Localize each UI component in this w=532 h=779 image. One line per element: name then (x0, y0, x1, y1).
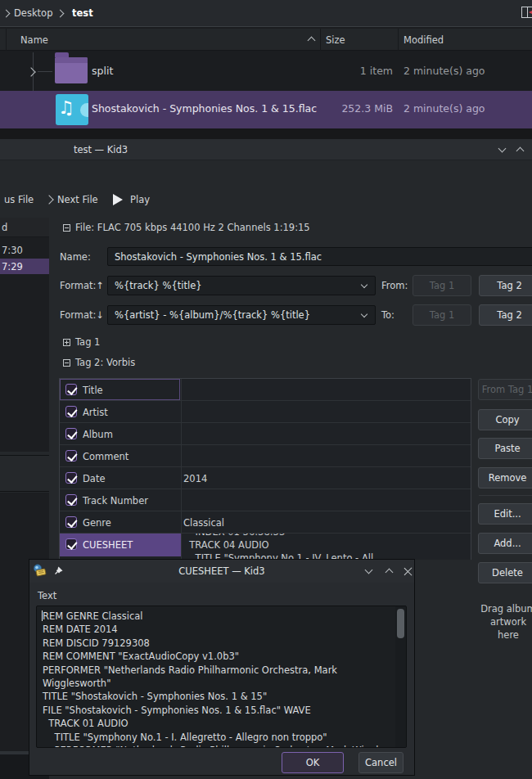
screen: Desktop test Name Size Modified split 1 … (0, 0, 532, 779)
tag-label: Album (83, 428, 113, 441)
artwork-drop-hint: Drag album artwork here (478, 602, 532, 642)
split-view-icon[interactable] (521, 7, 532, 18)
pin-icon[interactable] (54, 565, 64, 575)
divider (320, 29, 321, 51)
checkbox[interactable] (65, 450, 77, 462)
from-tag2-button[interactable]: Tag 2 (479, 275, 532, 296)
cuesheet-preview-line: TRACK 04 AUDIO (183, 538, 269, 552)
close-split-arrow (529, 10, 532, 15)
file-row-split[interactable]: split 1 item 2 minute(s) ago (0, 52, 532, 90)
file-list-panel: d 7:30 7:29 (0, 218, 49, 452)
next-file-button[interactable]: Next File (57, 193, 98, 206)
play-button[interactable]: Play (130, 193, 150, 206)
column-header-modified[interactable]: Modified (404, 34, 444, 47)
file-info: File: FLAC 705 kbps 44100 Hz 2 Channels … (75, 221, 310, 234)
copy-button[interactable]: Copy (478, 409, 532, 430)
tag-label: Track Number (83, 494, 148, 507)
text-label: Text (38, 589, 56, 602)
cancel-button[interactable]: Cancel (358, 752, 404, 773)
format-from-filename-combo[interactable]: %{track} %{title} (107, 276, 376, 295)
from-tag1-side-button[interactable]: From Tag 1 (478, 379, 532, 400)
checkbox[interactable] (65, 494, 77, 506)
name-label: Name: (60, 250, 91, 263)
divider (479, 495, 532, 496)
tag-label: Comment (83, 450, 128, 463)
cue-line: PERFORMER "Netherlands Radio Philharmoni… (43, 664, 337, 677)
ok-button[interactable]: OK (282, 752, 344, 773)
cue-line: REM GENRE Classical (43, 610, 143, 623)
tag-row-comment[interactable]: Comment (60, 445, 471, 467)
add-button[interactable]: Add... (478, 533, 532, 554)
cue-line: TITLE "Symphony No.1 - I. Allegretto - A… (43, 731, 327, 744)
current-cell-outline (60, 379, 180, 400)
tag-row-album[interactable]: Album (60, 423, 471, 445)
dialog-title: CUESHEET — Kid3 (140, 565, 304, 578)
to-tag1-button[interactable]: Tag 1 (413, 304, 471, 326)
cue-line: REM DISCID 79129308 (43, 637, 150, 650)
tag-label: Genre (83, 516, 111, 529)
to-tag2-button[interactable]: Tag 2 (479, 304, 532, 326)
file-list-item[interactable]: 7:30 (2, 244, 23, 257)
breadcrumb-item-desktop[interactable]: Desktop (14, 7, 52, 20)
breadcrumb-item-test[interactable]: test (72, 7, 93, 20)
from-tag1-button[interactable]: Tag 1 (413, 275, 471, 296)
filename-input[interactable]: Shostakovich - Symphonies Nos. 1 & 15.fl… (107, 247, 532, 266)
file-list-item-label: 7:29 (2, 260, 23, 273)
dialog-close-icon[interactable] (404, 567, 413, 576)
cuesheet-textarea[interactable]: REM GENRE Classical REM DATE 2014 REM DI… (36, 606, 407, 748)
tag-row-track-number[interactable]: Track Number (60, 489, 471, 511)
tag-row-genre[interactable]: Genre Classical (60, 511, 471, 534)
left-lower-band (0, 455, 49, 492)
column-header-name[interactable]: Name (20, 34, 48, 47)
tag-label: CUESHEET (83, 538, 133, 552)
checkbox[interactable] (65, 538, 77, 550)
window-gap (0, 128, 532, 139)
audio-file-icon: ♫ (56, 94, 88, 125)
to-label: To: (381, 308, 394, 322)
file-name: Shostakovich - Symphonies Nos. 1 & 15.fl… (92, 102, 317, 115)
cue-line: FILE "Shostakovich - Symphonies Nos. 1 &… (43, 704, 311, 717)
remove-button[interactable]: Remove (478, 467, 532, 489)
file-name: split (92, 65, 113, 78)
collapse-tag2-icon[interactable] (63, 359, 70, 367)
file-list-header-label: d (2, 221, 7, 234)
cue-line: REM DATE 2014 (43, 623, 118, 636)
file-manager: Desktop test Name Size Modified split 1 … (0, 0, 532, 139)
checkbox[interactable] (65, 516, 77, 528)
cue-line: TITLE "Shostakovich - Symphonies Nos. 1 … (43, 690, 267, 703)
format-down-label: Format:↓ (60, 308, 104, 322)
paste-button[interactable]: Paste (478, 438, 532, 459)
divider (527, 7, 528, 17)
from-label: From: (381, 279, 408, 292)
expand-tag1-icon[interactable] (63, 339, 70, 346)
checkbox[interactable] (65, 406, 77, 417)
combo-value: %{track} %{title} (115, 280, 202, 291)
checkbox[interactable] (65, 384, 77, 395)
column-header-size[interactable]: Size (326, 34, 345, 47)
tag-row-title[interactable]: Title (60, 379, 471, 401)
tag-value[interactable]: 2014 (183, 472, 207, 485)
file-row-flac[interactable]: ♫ Shostakovich - Symphonies Nos. 1 & 15.… (0, 91, 532, 128)
checkbox[interactable] (65, 428, 77, 439)
cuesheet-dialog: CUESHEET — Kid3 Text REM GENRE Classical… (29, 559, 415, 776)
checkbox[interactable] (65, 472, 77, 484)
tag-row-artist[interactable]: Artist (60, 401, 471, 423)
cuesheet-preview: INDEX 01 36:38:33 TRACK 04 AUDIO TITLE "… (183, 534, 470, 560)
previous-file-button[interactable]: us File (4, 193, 34, 206)
delete-button[interactable]: Delete (478, 562, 532, 583)
kid3-window-title: test — Kid3 (47, 143, 154, 156)
format-to-filename-combo[interactable]: %{artist} - %{album}/%{track} %{title} (107, 305, 376, 325)
tag-table: Title Artist Album Comment Date (59, 378, 471, 560)
tag-row-cuesheet[interactable]: CUESHEET INDEX 01 36:38:33 TRACK 04 AUDI… (60, 534, 471, 560)
scrollbar-thumb[interactable] (397, 609, 404, 638)
kid3-app-icon (33, 564, 47, 577)
cue-line: REM COMMENT "ExactAudioCopy v1.0b3" (43, 650, 239, 663)
file-modified: 2 minute(s) ago (404, 102, 485, 115)
folder-icon (55, 57, 88, 83)
edit-button[interactable]: Edit... (478, 503, 532, 525)
tag-value[interactable]: Classical (183, 516, 224, 529)
file-modified: 2 minute(s) ago (404, 65, 485, 78)
file-list-item-selected[interactable]: 7:29 (0, 259, 49, 274)
tag-row-date[interactable]: Date 2014 (60, 467, 471, 489)
collapse-file-section-icon[interactable] (63, 224, 70, 232)
